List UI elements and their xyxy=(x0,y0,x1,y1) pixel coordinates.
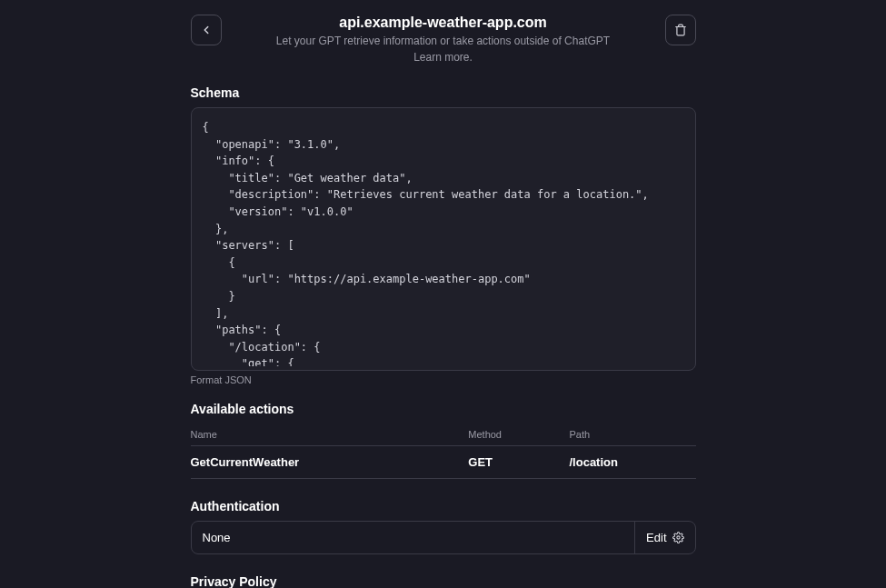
col-header-method: Method xyxy=(468,424,569,446)
schema-box xyxy=(191,107,696,371)
action-path: /location xyxy=(569,446,695,479)
action-name: GetCurrentWeather xyxy=(191,446,469,479)
action-method: GET xyxy=(468,446,569,479)
gear-icon xyxy=(672,532,684,543)
auth-value: None xyxy=(192,522,635,553)
actions-table: Name Method Path GetCurrentWeather GET /… xyxy=(191,424,696,479)
page-title: api.example-weather-app.com xyxy=(229,15,658,31)
format-json-button[interactable]: Format JSON xyxy=(191,374,696,385)
auth-edit-button[interactable]: Edit xyxy=(634,522,694,553)
authentication-label: Authentication xyxy=(191,499,696,513)
schema-textarea[interactable] xyxy=(192,108,695,366)
header-center: api.example-weather-app.com Let your GPT… xyxy=(229,15,658,64)
trash-icon xyxy=(674,24,687,36)
schema-label: Schema xyxy=(191,85,696,100)
auth-row: None Edit xyxy=(191,521,696,554)
table-row: GetCurrentWeather GET /location xyxy=(191,446,696,479)
col-header-name: Name xyxy=(191,424,469,446)
auth-edit-label: Edit xyxy=(646,531,666,544)
col-header-path: Path xyxy=(569,424,695,446)
chevron-left-icon xyxy=(200,24,213,36)
privacy-label: Privacy Policy xyxy=(191,574,696,588)
available-actions-label: Available actions xyxy=(191,402,696,416)
delete-button[interactable] xyxy=(665,15,696,45)
page-subtitle: Let your GPT retrieve information or tak… xyxy=(229,33,658,49)
learn-more-link[interactable]: Learn more. xyxy=(229,51,658,64)
back-button[interactable] xyxy=(191,15,222,45)
svg-point-0 xyxy=(676,536,679,539)
